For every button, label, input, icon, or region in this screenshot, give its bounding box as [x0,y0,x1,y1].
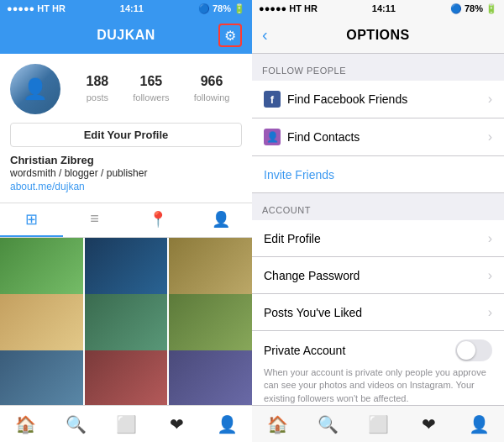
profile-tabs: ⊞ ≡ 📍 👤 [0,203,252,238]
option-left: f Find Facebook Friends [264,91,407,108]
nav-search-right[interactable]: 🔍 [302,406,353,442]
nav-profile-right[interactable]: 👤 [454,406,504,442]
battery-left: 🔵 78% 🔋 [198,3,245,14]
time-left: 14:11 [120,3,144,13]
chevron-icon: › [488,231,492,246]
carrier-right: ●●●●● HT HR [259,3,318,13]
posts-label: posts [87,92,108,103]
find-facebook-label: Find Facebook Friends [287,92,407,106]
gear-icon[interactable]: ⚙ [224,28,236,44]
avatar: 👤 [10,64,60,114]
nav-profile[interactable]: 👤 [202,406,252,442]
followers-label: followers [133,92,169,103]
nav-camera-right[interactable]: ⬜ [353,406,403,442]
profile-header: DUJKAN ⚙ [0,17,252,54]
back-button[interactable]: ‹ [262,25,268,45]
tab-list[interactable]: ≡ [63,203,126,237]
option-invite-friends[interactable]: Invite Friends [252,156,504,193]
option-find-contacts[interactable]: 👤 Find Contacts › [252,118,504,156]
nav-home-right[interactable]: 🏠 [252,406,302,442]
chevron-icon: › [488,92,492,107]
nav-search[interactable]: 🔍 [50,406,101,442]
settings-button[interactable]: ⚙ [218,24,242,47]
status-bar-right: ●●●●● HT HR 14:11 🔵 78% 🔋 [252,0,504,17]
section-header-follow: FOLLOW PEOPLE [252,54,504,81]
avatar-image: 👤 [10,64,60,114]
option-find-facebook[interactable]: f Find Facebook Friends › [252,81,504,118]
options-title: OPTIONS [346,28,410,43]
section-header-account: ACCOUNT [252,193,504,220]
bottom-nav-left: 🏠 🔍 ⬜ ❤ 👤 [0,405,252,442]
options-list: FOLLOW PEOPLE f Find Facebook Friends › … [252,54,504,405]
posts-count: 188 [87,74,109,89]
status-bar-left: ●●●●● HT HR 14:11 🔵 78% 🔋 [0,0,252,17]
contacts-icon: 👤 [264,129,281,145]
carrier-left: ●●●●● HT HR [7,3,66,13]
tab-grid[interactable]: ⊞ [0,203,63,237]
option-edit-profile[interactable]: Edit Profile › [252,220,504,257]
option-left: 👤 Find Contacts [264,129,360,145]
followers-count: 165 [133,74,169,89]
bottom-nav-right: 🏠 🔍 ⬜ ❤ 👤 [252,405,504,442]
facebook-icon: f [264,91,281,108]
nav-home[interactable]: 🏠 [0,406,50,442]
profile-top: 👤 188 posts 165 followers 966 following [10,64,242,114]
profile-username: DUJKAN [97,28,155,43]
profile-bio: wordsmith / blogger / publisher [10,166,242,181]
edit-profile-button[interactable]: Edit Your Profile [10,123,242,147]
following-label: following [194,92,230,103]
stat-followers: 165 followers [133,74,169,104]
private-account-toggle[interactable] [455,339,492,361]
option-posts-liked[interactable]: Posts You've Liked › [252,294,504,331]
chevron-icon: › [488,268,492,283]
profile-stats: 188 posts 165 followers 966 following [74,74,242,104]
nav-likes[interactable]: ❤ [151,406,202,442]
private-account-row: Private Account [264,339,492,361]
chevron-icon: › [488,129,492,145]
photo-cell[interactable] [85,350,168,405]
photo-grid [0,238,252,405]
left-panel: ●●●●● HT HR 14:11 🔵 78% 🔋 DUJKAN ⚙ 👤 188… [0,0,252,442]
stat-posts: 188 posts [87,74,109,104]
private-account-section: Private Account When your account is pri… [252,331,504,405]
stat-following: 966 following [194,74,230,104]
posts-liked-label: Posts You've Liked [264,306,362,319]
photo-cell[interactable] [0,350,83,405]
following-count: 966 [194,74,230,89]
private-account-desc: When your account is private only people… [264,366,492,405]
photo-cell[interactable] [169,350,252,405]
edit-profile-label: Edit Profile [264,232,321,245]
chevron-icon: › [488,305,492,320]
private-account-label: Private Account [264,344,345,357]
profile-link[interactable]: about.me/dujkan [10,181,242,192]
tab-tagged[interactable]: 👤 [189,203,252,237]
time-right: 14:11 [372,3,396,13]
profile-section: 👤 188 posts 165 followers 966 following … [0,54,252,203]
battery-right: 🔵 78% 🔋 [450,3,497,14]
find-contacts-label: Find Contacts [287,130,360,144]
tab-map[interactable]: 📍 [126,203,189,237]
change-password-label: Change Password [264,269,360,282]
invite-friends-label: Invite Friends [264,168,334,182]
option-left: Invite Friends [264,168,334,182]
nav-likes-right[interactable]: ❤ [403,406,454,442]
nav-camera[interactable]: ⬜ [101,406,151,442]
profile-name: Christian Zibreg [10,154,242,166]
right-panel: ●●●●● HT HR 14:11 🔵 78% 🔋 ‹ OPTIONS FOLL… [252,0,504,442]
options-header: ‹ OPTIONS [252,17,504,54]
option-change-password[interactable]: Change Password › [252,257,504,294]
